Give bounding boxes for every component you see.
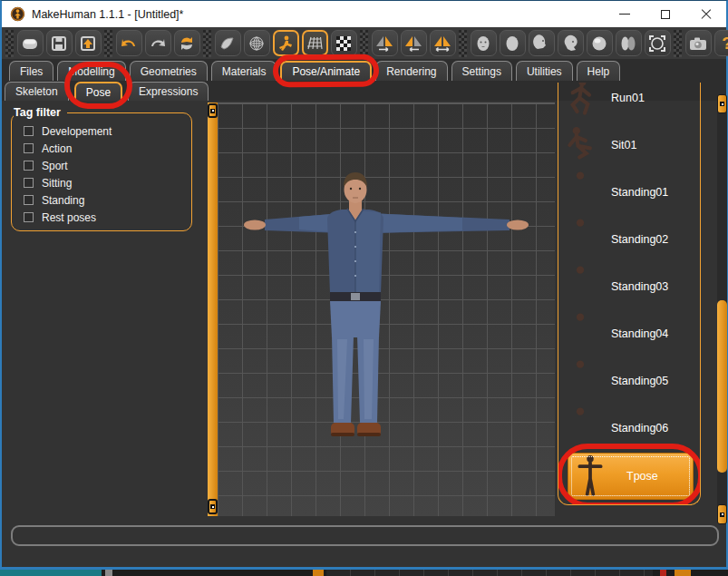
tab-modelling[interactable]: Modelling [57, 61, 125, 81]
wireframe-icon [248, 34, 266, 53]
new-file-button[interactable] [17, 30, 44, 56]
symmetry-left-button[interactable] [401, 30, 427, 56]
tag-filter-option-standing[interactable]: Standing [24, 191, 185, 209]
makehuman-window: MakeHuman 1.1.1 - [Untitled]* [0, 0, 728, 570]
checkbox-icon[interactable] [24, 195, 34, 205]
smooth-shading-button[interactable] [215, 30, 241, 56]
tab-materials[interactable]: Materials [211, 61, 277, 81]
view-front-icon [474, 34, 492, 53]
toolbar-separator [459, 30, 467, 57]
toolbar-separator [5, 30, 14, 57]
pose-item-standing02[interactable]: Standing02 [564, 216, 696, 263]
subtab-pose[interactable]: Pose [74, 82, 122, 101]
view-front-button[interactable] [471, 30, 497, 56]
pose-thumbnail-standing [564, 170, 597, 215]
grab-screenshot-button[interactable] [685, 30, 712, 56]
pose-item-standing03[interactable]: Standing03 [564, 263, 696, 310]
minimize-button[interactable] [604, 1, 645, 27]
camera-icon [688, 34, 708, 53]
view-top-button[interactable] [587, 30, 613, 56]
pose-item-standing04[interactable]: Standing04 [564, 310, 696, 357]
pose-thumbnail-standing [564, 405, 597, 451]
tab-geometries[interactable]: Geometries [130, 61, 208, 81]
tab-utilities[interactable]: Utilities [516, 61, 573, 81]
screen: MakeHuman 1.1.1 - [Untitled]* [0, 0, 728, 576]
reset-icon [178, 34, 196, 53]
scrollbar-top-grip[interactable] [717, 94, 727, 113]
tag-filter-option-sport[interactable]: Sport [24, 157, 185, 174]
pose-list-scrollbar[interactable] [717, 94, 727, 524]
undo-icon [119, 34, 139, 53]
slider-top-grip[interactable] [208, 103, 218, 118]
tab-rendering[interactable]: Rendering [375, 61, 447, 81]
show-grid-button[interactable] [302, 30, 328, 56]
minimize-icon [619, 14, 630, 15]
tag-filter-option-rest-poses[interactable]: Rest poses [24, 209, 185, 226]
window-title: MakeHuman 1.1.1 - [Untitled]* [32, 8, 183, 21]
undo-button[interactable] [116, 30, 142, 56]
symmetry-right-icon [374, 34, 394, 53]
tab-settings[interactable]: Settings [451, 61, 512, 81]
human-model [218, 103, 555, 517]
view-back-button[interactable] [500, 30, 526, 56]
grip-dot-icon [210, 109, 215, 113]
scrollbar-thumb[interactable] [717, 300, 727, 473]
tab-help[interactable]: Help [577, 61, 621, 81]
pose-item-standing06[interactable]: Standing06 [564, 405, 696, 452]
close-button[interactable] [685, 1, 726, 27]
redo-button[interactable] [145, 30, 171, 56]
symmetry-both-icon [432, 34, 452, 53]
view-back-icon [503, 34, 521, 53]
reset-mesh-button[interactable] [174, 30, 200, 56]
view-bottom-button[interactable] [616, 30, 642, 56]
symmetry-both-button[interactable] [430, 30, 456, 56]
toolbar-separator [104, 30, 112, 57]
toolbar-separator [360, 30, 368, 57]
pose-item-tpose-selected[interactable]: Tpose [568, 453, 694, 500]
view-left-button[interactable] [529, 30, 555, 56]
checkbox-icon[interactable] [24, 212, 34, 222]
show-pose-skeleton-button[interactable] [273, 30, 299, 56]
symmetry-right-button[interactable] [372, 30, 398, 56]
subtab-expressions[interactable]: Expressions [128, 82, 209, 101]
tag-filter-option-developement[interactable]: Developement [24, 122, 185, 140]
viewport-left-slider[interactable] [208, 103, 218, 516]
smooth-icon [218, 34, 237, 53]
focus-view-button[interactable] [645, 30, 671, 56]
checkbox-icon[interactable] [24, 143, 34, 153]
viewport-3d[interactable] [218, 103, 555, 516]
pose-thumbnail-standing [564, 264, 597, 309]
tab-pose-animate[interactable]: Pose/Animate [280, 61, 372, 81]
progress-status-bar [11, 525, 719, 546]
toolbar-separator [674, 30, 682, 57]
view-right-icon [561, 34, 579, 53]
grip-dot-icon [720, 513, 724, 517]
tag-filter-group: Tag filter Developement Action Sport Sit… [11, 106, 192, 231]
pose-item-standing05[interactable]: Standing05 [564, 357, 696, 405]
close-icon [701, 9, 712, 20]
maximize-button[interactable] [645, 1, 685, 27]
scrollbar-bottom-grip[interactable] [717, 504, 727, 524]
tag-filter-option-sitting[interactable]: Sitting [24, 174, 185, 191]
background-checker-button[interactable] [331, 30, 357, 56]
tag-filter-option-action[interactable]: Action [24, 140, 185, 157]
pose-thumbnail-standing [564, 358, 597, 404]
grip-dot-icon [210, 504, 215, 509]
toolbar-separator [203, 30, 211, 57]
tab-files[interactable]: Files [9, 61, 53, 81]
subtab-skeleton[interactable]: Skeleton [5, 82, 69, 101]
checkbox-icon[interactable] [24, 178, 34, 188]
save-file-button[interactable] [46, 30, 73, 56]
view-right-button[interactable] [558, 30, 584, 56]
load-file-button[interactable] [75, 30, 102, 56]
checkbox-icon[interactable] [24, 126, 34, 136]
wireframe-button[interactable] [244, 30, 270, 56]
pose-item-run01[interactable]: Run01 [564, 83, 696, 122]
save-file-icon [50, 34, 68, 53]
pose-item-sit01[interactable]: Sit01 [564, 122, 696, 169]
checkbox-icon[interactable] [24, 161, 34, 171]
pose-library-panel: Run01 Sit01 Standing01 Standing02 Standi… [558, 83, 701, 505]
slider-bottom-grip[interactable] [208, 499, 218, 514]
help-button[interactable]: ? [714, 30, 728, 56]
pose-item-standing01[interactable]: Standing01 [564, 169, 696, 216]
